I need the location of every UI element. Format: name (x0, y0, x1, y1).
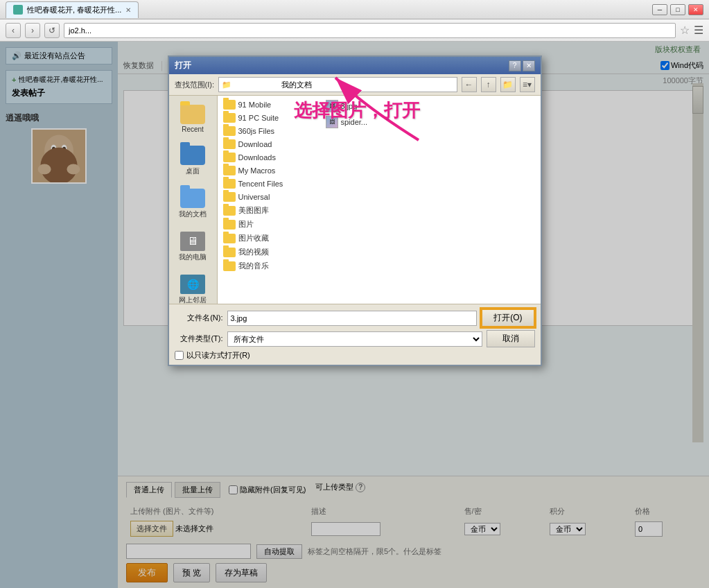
tab-favicon (13, 5, 23, 15)
sidebar-recent[interactable]: Recent (177, 101, 209, 137)
dialog-toolbar: 查找范围(I): 📁 我的文档 ▼ ← ↑ 📁 ≡▾ (169, 74, 541, 96)
filetype-row: 文件类型(T): 所有文件 取消 (175, 330, 535, 347)
readonly-checkbox-row: 以只读方式打开(R) (175, 350, 535, 361)
open-btn[interactable]: 打开(O) (481, 309, 534, 327)
browser-titlebar: 性吧春暖花开, 春暖花开性... ✕ ─ □ ✕ (0, 0, 709, 19)
list-item[interactable]: 🖼 3.jpg (323, 98, 420, 114)
tab-close-btn[interactable]: ✕ (125, 6, 131, 14)
folder-icon (223, 113, 236, 123)
menu-icon[interactable]: ☰ (694, 24, 703, 37)
list-item[interactable]: 360js Files (220, 125, 317, 137)
file-dialog: 打开 ? ✕ 查找范围(I): 📁 我的文档 ▼ ← ↑ 📁 (168, 55, 542, 366)
dialog-overlay: 打开 ? ✕ 查找范围(I): 📁 我的文档 ▼ ← ↑ 📁 (0, 42, 709, 588)
dialog-help-btn[interactable]: ? (509, 60, 521, 71)
folder-icon (223, 220, 236, 230)
readonly-checkbox[interactable] (175, 351, 184, 360)
folder-icon (223, 261, 236, 271)
maximize-btn[interactable]: □ (670, 4, 685, 15)
folder-icon (223, 126, 236, 136)
list-item[interactable]: Download (220, 138, 317, 150)
filetype-select[interactable]: 所有文件 (227, 331, 482, 347)
bookmark-icon[interactable]: ☆ (680, 24, 690, 37)
list-item[interactable]: 我的音乐 (220, 259, 317, 273)
list-item[interactable]: 91 Mobile (220, 98, 317, 111)
minimize-btn[interactable]: ─ (652, 4, 667, 15)
list-item[interactable]: 我的视频 (220, 245, 317, 259)
list-item[interactable]: 🖼 spider... (323, 114, 420, 130)
sidebar-desktop[interactable]: 桌面 (177, 142, 209, 180)
sidebar-network[interactable]: 🌐 网上邻居 (175, 271, 210, 309)
dialog-file-area: 91 Mobile 91 PC Suite 360js Files D (218, 96, 541, 304)
back-btn[interactable]: ‹ (6, 23, 21, 38)
cancel-btn[interactable]: 取消 (487, 330, 535, 347)
folder-icon (223, 179, 236, 189)
list-item[interactable]: 图片 (220, 218, 317, 231)
location-label: 查找范围(I): (175, 80, 214, 90)
filename-label: 文件名(N): (175, 313, 223, 323)
folder-icon (223, 248, 236, 257)
nav-up-btn[interactable]: ↑ (481, 77, 496, 92)
browser-tab[interactable]: 性吧春暖花开, 春暖花开性... ✕ (6, 1, 139, 18)
address-bar[interactable] (64, 23, 676, 38)
image-icon: 🖼 (326, 116, 338, 128)
image-icon: 🖼 (326, 100, 338, 112)
folder-icon (223, 153, 236, 162)
new-folder-btn[interactable]: 📁 (500, 77, 516, 92)
list-item[interactable]: Tencent Files (220, 178, 317, 190)
list-item[interactable]: Downloads (220, 151, 317, 164)
filetype-label: 文件类型(T): (175, 334, 223, 344)
network-icon: 🌐 (180, 275, 205, 294)
sidebar-mydocs[interactable]: 我的文档 (175, 185, 210, 223)
recent-icon (180, 105, 205, 124)
dialog-titlebar: 打开 ? ✕ (169, 57, 541, 74)
folder-icon (223, 234, 236, 243)
readonly-label: 以只读方式打开(R) (186, 350, 250, 361)
dialog-close-btn[interactable]: ✕ (523, 60, 535, 71)
folder-icon (223, 100, 236, 110)
folder-icon (223, 206, 236, 216)
folder-list: 91 Mobile 91 PC Suite 360js Files D (220, 98, 317, 301)
sidebar-mypc[interactable]: 🖥 我的电脑 (175, 228, 210, 266)
refresh-btn[interactable]: ↺ (44, 23, 60, 38)
browser-toolbar: ‹ › ↺ ☆ ☰ (0, 19, 709, 42)
list-item[interactable]: Universal (220, 191, 317, 203)
list-item[interactable]: 91 PC Suite (220, 112, 317, 124)
tab-title: 性吧春暖花开, 春暖花开性... (27, 5, 121, 15)
location-dropdown[interactable]: 📁 我的文档 ▼ (218, 77, 457, 92)
view-toggle-btn[interactable]: ≡▾ (520, 77, 535, 92)
close-btn[interactable]: ✕ (688, 4, 703, 15)
mydocs-icon (180, 189, 205, 208)
window-controls: ─ □ ✕ (652, 4, 703, 15)
list-item[interactable]: My Macros (220, 164, 317, 177)
desktop-icon (180, 146, 205, 165)
mypc-icon: 🖥 (180, 232, 205, 251)
folder-icon (223, 166, 236, 175)
dialog-bottom: 文件名(N): 打开(O) 文件类型(T): 所有文件 取消 以只读方式打开(R… (169, 304, 541, 365)
list-item[interactable]: 美图图库 (220, 204, 317, 217)
file-list: 🖼 3.jpg 🖼 spider... (323, 98, 420, 301)
folder-icon (223, 139, 236, 149)
list-item[interactable]: 图片收藏 (220, 232, 317, 245)
page-content: 🔊 最近没有站点公告 + 性吧春暖花开,春暖花开性... 发表帖子 逍遥哦哦 (0, 42, 709, 588)
filename-input[interactable] (227, 311, 478, 326)
nav-back-btn[interactable]: ← (462, 77, 477, 92)
dialog-body: Recent 桌面 我的文档 🖥 我的电脑 (169, 96, 541, 304)
dialog-title: 打开 (175, 60, 191, 71)
folder-icon (223, 192, 236, 202)
filename-row: 文件名(N): 打开(O) (175, 309, 535, 327)
dialog-sidebar: Recent 桌面 我的文档 🖥 我的电脑 (169, 96, 218, 304)
dialog-title-buttons: ? ✕ (509, 60, 535, 71)
forward-btn[interactable]: › (25, 23, 40, 38)
